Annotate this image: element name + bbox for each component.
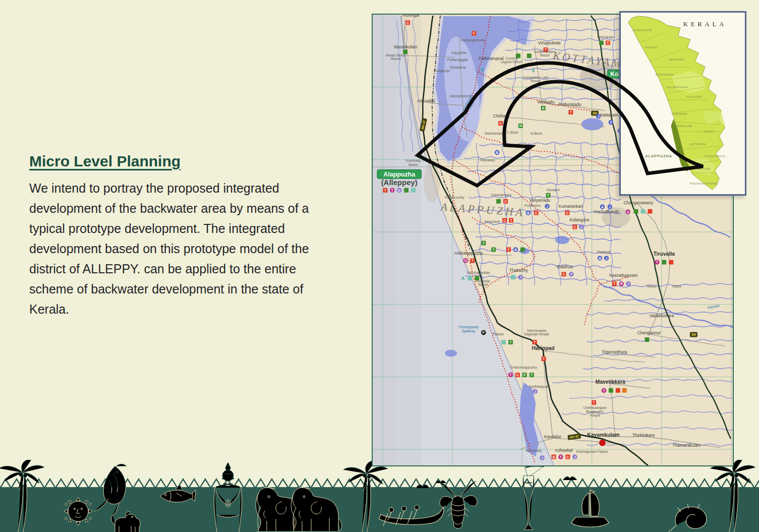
inset-title: KERALA (683, 21, 727, 28)
svg-text:B: B (553, 455, 555, 459)
svg-text:Kidangara: Kidangara (569, 217, 589, 222)
svg-text:ALAPPUZHA: ALAPPUZHA (645, 154, 672, 158)
svg-text:Thamarakulam: Thamarakulam (672, 443, 700, 448)
svg-text:Kainakary: Kainakary (480, 158, 495, 162)
svg-text:P: P (483, 331, 485, 334)
svg-text:Alappuzha: Alappuzha (383, 171, 415, 178)
svg-text:Pallana: Pallana (493, 332, 504, 336)
svg-text:MannarasalaNagaraja Temple: MannarasalaNagaraja Temple (524, 329, 549, 336)
svg-text:Pulinkunnu: Pulinkunnu (524, 204, 541, 207)
svg-text:Harippad: Harippad (532, 345, 555, 351)
svg-text:(Alleppey): (Alleppey) (381, 178, 418, 187)
svg-text:Mannanam: Mannanam (598, 35, 614, 39)
svg-text:Azheekal: Azheekal (555, 448, 573, 453)
svg-text:H: H (519, 124, 522, 128)
svg-text:Talayar: Talayar (646, 284, 657, 288)
svg-text:Odara: Odara (672, 284, 682, 288)
svg-text:KANNUR: KANNUR (645, 46, 657, 49)
svg-text:Kannangenkotty: Kannangenkotty (461, 38, 485, 42)
svg-text:B: B (514, 248, 517, 252)
svg-text:Puthanangadi: Puthanangadi (447, 58, 468, 62)
svg-text:KOZHIKODE: KOZHIKODE (656, 73, 673, 76)
svg-text:T: T (656, 260, 658, 264)
svg-text:Anchuthuruth: Anchuthuruth (594, 209, 619, 214)
kerala-inset-map: KERALA KASARAGODKANNURWAYANADKOZHIKODEMA… (619, 11, 746, 196)
svg-text:J: J (598, 114, 600, 118)
svg-text:B: B (527, 211, 530, 215)
svg-text:Vadakkekara: Vadakkekara (649, 313, 674, 318)
svg-text:Thrikkunnappuzha: Thrikkunnappuzha (509, 366, 537, 370)
svg-text:C: C (563, 272, 565, 276)
svg-text:C Block: C Block (507, 131, 518, 134)
svg-text:T: T (570, 110, 572, 114)
svg-text:S: S (481, 67, 484, 72)
svg-text:T: T (531, 373, 533, 377)
svg-text:Arthingal: Arthingal (402, 15, 419, 18)
text-panel: Micro Level Planning We intend to portra… (29, 153, 352, 319)
svg-text:T: T (508, 248, 510, 252)
svg-text:SH: SH (691, 333, 696, 336)
svg-text:WAYANAD: WAYANAD (669, 58, 684, 61)
svg-text:Chengannur: Chengannur (637, 330, 661, 335)
svg-text:MALAPPURAM: MALAPPURAM (666, 85, 687, 88)
svg-text:Triperunthura: Triperunthura (602, 349, 627, 354)
svg-text:T: T (534, 340, 536, 344)
svg-text:A: A (601, 205, 604, 209)
svg-text:J: J (534, 390, 536, 393)
svg-text:C: C (566, 211, 569, 215)
svg-text:J: J (520, 275, 522, 279)
decorative-border (0, 460, 759, 532)
svg-text:U: U (464, 259, 467, 262)
svg-text:Karthikappally: Karthikappally (530, 385, 551, 389)
svg-text:J: J (609, 205, 611, 209)
svg-text:B: B (599, 257, 601, 260)
svg-text:Karumadikuttan: Karumadikuttan (467, 271, 490, 274)
svg-text:RiversideResort: RiversideResort (476, 279, 490, 286)
svg-text:Muhamma: Muhamma (450, 66, 466, 69)
svg-text:J: J (541, 456, 543, 460)
svg-text:Ko: Ko (610, 71, 619, 78)
svg-text:T: T (509, 373, 511, 377)
svg-text:Thakazhy: Thakazhy (509, 268, 528, 273)
svg-text:IDUKKI: IDUKKI (704, 130, 714, 133)
svg-text:C: C (607, 41, 609, 44)
svg-text:T: T (543, 357, 545, 361)
svg-text:KOTTAYAM: KOTTAYAM (689, 143, 706, 146)
svg-text:N Block: N Block (531, 132, 542, 135)
svg-text:C: C (535, 211, 538, 215)
svg-text:Arthunkal: Arthunkal (417, 98, 435, 103)
svg-text:Kandalur: Kandalur (544, 434, 561, 439)
svg-text:Puthenkadu: Puthenkadu (558, 102, 581, 107)
svg-text:Chennamkary: Chennamkary (491, 193, 512, 197)
svg-text:ChettikulangaraBhagavathyTempl: ChettikulangaraBhagavathyTemple (583, 406, 607, 418)
svg-text:T: T (483, 242, 485, 245)
svg-text:Vettikadu: Vettikadu (537, 99, 555, 104)
svg-text:Mararikulam: Mararikulam (394, 44, 417, 49)
bird-icon (563, 477, 577, 480)
svg-text:Kappuzha: Kappuzha (451, 51, 466, 55)
svg-text:Kochunully: Kochunully (526, 449, 542, 453)
svg-text:T: T (613, 282, 615, 285)
svg-text:Kavalam: Kavalam (547, 188, 560, 192)
svg-text:J: J (546, 205, 548, 208)
svg-text:B: B (496, 151, 498, 154)
svg-text:T: T (593, 401, 595, 404)
svg-text:R: R (620, 282, 623, 285)
svg-text:Pallathuruthy: Pallathuruthy (445, 196, 464, 200)
svg-text:Mavelikkara: Mavelikkara (596, 379, 625, 385)
page-title: Micro Level Planning (29, 153, 352, 170)
svg-text:T: T (547, 194, 549, 197)
svg-text:ERNAKULAM: ERNAKULAM (673, 125, 692, 128)
svg-text:Payippad: Payippad (597, 250, 611, 254)
svg-text:U: U (627, 210, 629, 214)
svg-text:T: T (472, 259, 474, 262)
svg-text:C: C (406, 21, 409, 25)
svg-text:T: T (510, 219, 512, 222)
svg-text:J: J (606, 257, 608, 260)
svg-text:PALAKKAD: PALAKKAD (686, 95, 702, 98)
svg-text:Viruppukala: Viruppukala (538, 40, 561, 45)
sun-icon (64, 497, 92, 525)
svg-text:J: J (574, 455, 576, 459)
svg-text:U: U (398, 189, 400, 192)
svg-text:Veliyanadu: Veliyanadu (529, 198, 550, 203)
